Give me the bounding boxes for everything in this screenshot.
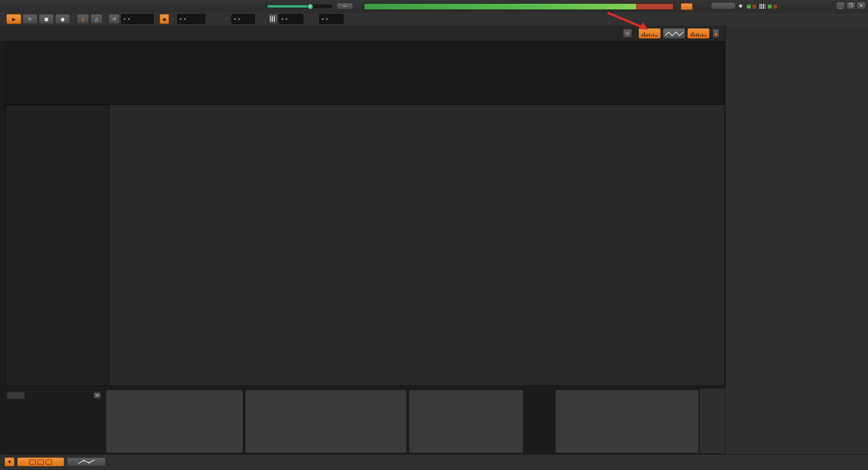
vu-clip-indicator[interactable] — [681, 3, 693, 10]
gainer-device-panel — [409, 390, 524, 453]
master-volume-slider[interactable] — [267, 5, 332, 8]
close-icon: ✕ — [96, 394, 99, 398]
lpb-link-toggle[interactable] — [224, 16, 229, 21]
midi-in-led — [746, 4, 751, 9]
keyboard-icon — [759, 3, 766, 9]
dsp-browser-panel: ✕ — [4, 390, 104, 453]
automation-view-button[interactable] — [67, 457, 106, 466]
spectrum-icon — [642, 31, 657, 37]
stop-icon: ■ — [44, 17, 48, 22]
track-dsps-view-button[interactable] — [17, 457, 64, 466]
external-link-icon: ◳ — [626, 32, 629, 36]
menu-bar: ⊶ ◆ _ ❐ ✕ — [0, 0, 868, 13]
oct-field[interactable]: ◀ ▶ — [319, 14, 344, 24]
master-meter-strip — [700, 389, 725, 453]
maximizer-device-panel — [555, 390, 699, 453]
eq5-device-panel — [245, 390, 407, 453]
status-bar: ▼ — [0, 454, 868, 470]
spectrum-icon-2 — [691, 31, 706, 37]
loop-playback-button[interactable]: ↻ — [23, 14, 38, 24]
midi-out-led — [752, 4, 757, 9]
metronome-icon: △ — [95, 17, 99, 22]
vu-reset-button[interactable]: ⊶ — [337, 3, 353, 9]
transport-bar: ▶ ↻ ■ ● ⤓ △ ↺ ◀ ▶ ◆ ◀ ▶ ◀ ▶ ◀ ▶ ◀ ▶ — [0, 13, 868, 26]
chevron-up-icon: ▲ — [714, 32, 717, 36]
record-button[interactable]: ● — [55, 14, 70, 24]
restore-button[interactable]: ❐ — [846, 2, 855, 9]
block-loop-button[interactable]: ↺ — [108, 14, 120, 24]
renoise-window: { "colors":{"accent":"#e87c25","slider_g… — [0, 0, 868, 470]
scope-view-button[interactable] — [663, 28, 685, 39]
play-icon: ▶ — [12, 17, 16, 22]
spectrum-view-button[interactable] — [638, 28, 661, 39]
detach-button[interactable]: ◳ — [623, 29, 632, 38]
minimize-button[interactable]: _ — [836, 2, 845, 9]
master-vu-meter — [364, 3, 674, 10]
midi-map-button[interactable] — [711, 2, 736, 9]
close-button[interactable]: ✕ — [857, 2, 866, 9]
bpm-tap-button[interactable]: ◆ — [160, 14, 169, 24]
block-loop-size-field[interactable]: ◀ ▶ — [121, 14, 154, 24]
vel-keyboard-button[interactable] — [269, 14, 278, 24]
mixer — [109, 105, 724, 385]
bpm-field[interactable]: ◀ ▶ — [177, 14, 205, 24]
vel-field[interactable]: ◀ ▶ — [279, 14, 303, 24]
loop-icon: ↻ — [28, 17, 32, 22]
pattern-sequencer — [5, 105, 109, 386]
chevron-down-icon: ▼ — [8, 460, 11, 464]
audio-in-led — [767, 4, 772, 9]
scope-collapse-button[interactable]: ▲ — [712, 29, 719, 38]
lpb-field[interactable]: ◀ ▶ — [231, 14, 255, 24]
tabs — [5, 26, 277, 41]
diamond-icon: ◆ — [163, 17, 166, 22]
more-button[interactable] — [7, 392, 25, 399]
record-icon: ● — [61, 17, 65, 22]
bpm-link-toggle[interactable] — [170, 16, 175, 21]
follow-icon: ⤓ — [82, 16, 84, 22]
search-input[interactable] — [28, 393, 91, 399]
vu-reset-icon: ⊶ — [343, 4, 347, 8]
block-loop-icon: ↺ — [112, 17, 116, 22]
waveform-icon — [663, 28, 686, 39]
metronome-button[interactable]: △ — [90, 14, 103, 24]
play-button[interactable]: ▶ — [6, 14, 21, 24]
close-search-button[interactable]: ✕ — [94, 392, 101, 399]
dsp-chain-icon — [29, 460, 36, 465]
stop-button[interactable]: ■ — [39, 14, 54, 24]
midi-clock-icon: ◆ — [739, 3, 742, 9]
disk-browser-panel — [725, 26, 868, 454]
automation-icon — [77, 459, 95, 465]
velocity-pad-icon — [270, 16, 276, 22]
follow-player-button[interactable]: ⤓ — [77, 14, 89, 24]
track-properties-panel — [106, 390, 243, 453]
audio-out-led — [773, 4, 778, 9]
spectrum-view-button-2[interactable] — [687, 28, 710, 39]
track-scopes[interactable] — [5, 42, 724, 105]
dsp-panel-collapse-button[interactable]: ▼ — [5, 457, 14, 466]
